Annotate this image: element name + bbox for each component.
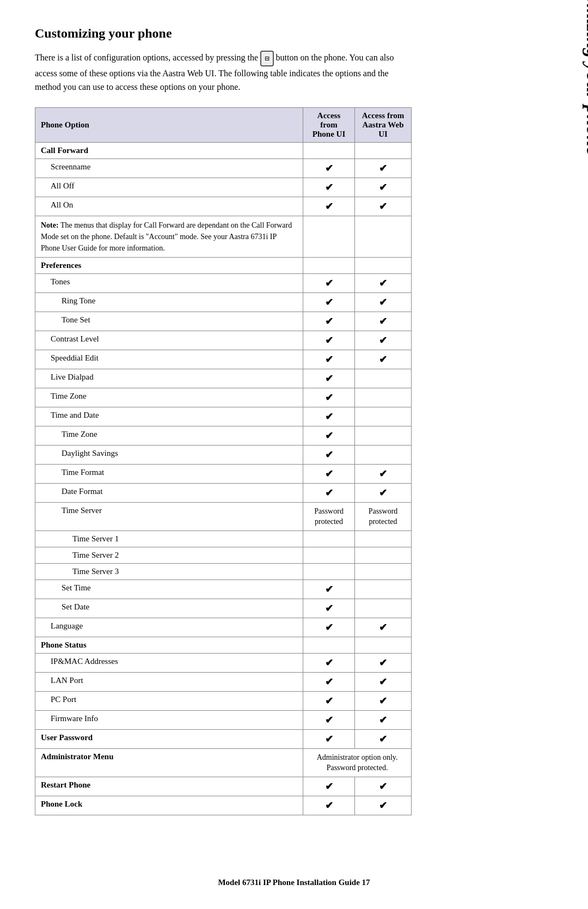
key-icon: ⊟ [260, 51, 273, 66]
check-cell-phone-ui [303, 563, 355, 579]
check-cell-aastra [355, 579, 412, 599]
check-cell-phone-ui: ✔ [303, 618, 355, 637]
check-cell-phone-ui: ✔ [303, 273, 355, 292]
special-label-cell: Administrator Menu [35, 748, 303, 777]
option-label-cell: Live Dialpad [35, 369, 303, 388]
check-cell-phone-ui: ✔ [303, 178, 355, 197]
side-label: Customizing your phone [582, 0, 588, 120]
section-header-cell: Preferences [35, 257, 303, 273]
special-label-cell: User Password [35, 729, 303, 748]
password-text: Passwordprotected [369, 507, 398, 526]
check-cell-aastra: ✔ [355, 464, 412, 483]
table-row: All Off✔✔ [35, 178, 412, 197]
table-row: Date Format✔✔ [35, 483, 412, 502]
option-label-cell: Daylight Savings [35, 445, 303, 464]
special-check2: ✔ [355, 777, 412, 796]
check-cell-phone-ui: ✔ [303, 426, 355, 445]
check-cell-phone-ui: ✔ [303, 197, 355, 216]
option-label-cell: Tones [35, 273, 303, 292]
check-cell-aastra: ✔ [355, 158, 412, 178]
table-row: Time ServerPasswordprotectedPasswordprot… [35, 502, 412, 530]
check-cell-aastra: ✔ [355, 618, 412, 637]
footer: Model 6731i IP Phone Installation Guide … [0, 878, 588, 887]
check-cell-phone-ui: ✔ [303, 672, 355, 691]
table-row: Time Zone✔ [35, 388, 412, 407]
note-check2 [355, 216, 412, 257]
table-row: Time Server 2 [35, 547, 412, 563]
option-label-cell: Time Server [35, 502, 303, 530]
check-cell-phone-ui: ✔ [303, 464, 355, 483]
check-cell-aastra: Passwordprotected [355, 502, 412, 530]
option-label-cell: Set Date [35, 599, 303, 618]
table-row: Set Time✔ [35, 579, 412, 599]
check-cell-aastra [355, 369, 412, 388]
check-cell-phone-ui: Passwordprotected [303, 502, 355, 530]
check-cell-aastra: ✔ [355, 273, 412, 292]
option-label-cell: Time Format [35, 464, 303, 483]
option-label-cell: Time and Date [35, 407, 303, 426]
intro-text1: There is a list of configuration options… [35, 53, 258, 62]
col-phone-ui: Access from Phone UI [303, 107, 355, 142]
table-header-row: Phone Option Access from Phone UI Access… [35, 107, 412, 142]
check-cell-aastra: ✔ [355, 672, 412, 691]
check-cell-aastra: ✔ [355, 350, 412, 369]
option-label-cell: All Off [35, 178, 303, 197]
table-row: Administrator MenuAdministrator option o… [35, 748, 412, 777]
check-cell-aastra: ✔ [355, 331, 412, 350]
check-cell-phone-ui: ✔ [303, 445, 355, 464]
table-row: Speeddial Edit✔✔ [35, 350, 412, 369]
check-cell-phone-ui: ✔ [303, 407, 355, 426]
check-cell-phone-ui: ✔ [303, 388, 355, 407]
option-label-cell: Language [35, 618, 303, 637]
check-cell-aastra [355, 563, 412, 579]
special-check1: ✔ [303, 777, 355, 796]
admin-span-cell: Administrator option only. Password prot… [303, 748, 412, 777]
check-cell-phone-ui: ✔ [303, 312, 355, 331]
check-cell-phone-ui: ✔ [303, 691, 355, 710]
section-header-check2 [355, 142, 412, 158]
password-text: Passwordprotected [314, 507, 344, 526]
main-content: Customizing your phone There is a list o… [0, 0, 446, 859]
check-cell-phone-ui: ✔ [303, 579, 355, 599]
section-header-check1 [303, 637, 355, 653]
check-cell-phone-ui: ✔ [303, 158, 355, 178]
table-row: User Password✔✔ [35, 729, 412, 748]
option-label-cell: Time Server 1 [35, 530, 303, 547]
note-check1 [303, 216, 355, 257]
page-title: Customizing your phone [35, 26, 412, 41]
option-label-cell: LAN Port [35, 672, 303, 691]
table-row: Time Format✔✔ [35, 464, 412, 483]
check-cell-phone-ui: ✔ [303, 710, 355, 729]
check-cell-aastra: ✔ [355, 292, 412, 312]
check-cell-aastra: ✔ [355, 710, 412, 729]
check-cell-aastra: ✔ [355, 197, 412, 216]
note-cell: Note: The menus that display for Call Fo… [35, 216, 303, 257]
check-cell-aastra [355, 426, 412, 445]
col-phone-option: Phone Option [35, 107, 303, 142]
special-check2: ✔ [355, 729, 412, 748]
check-cell-phone-ui: ✔ [303, 331, 355, 350]
section-header-cell: Phone Status [35, 637, 303, 653]
table-row: IP&MAC Addresses✔✔ [35, 653, 412, 672]
check-cell-phone-ui: ✔ [303, 369, 355, 388]
check-cell-aastra: ✔ [355, 178, 412, 197]
special-check2: ✔ [355, 796, 412, 815]
table-row: Phone Status [35, 637, 412, 653]
section-header-check2 [355, 257, 412, 273]
check-cell-phone-ui: ✔ [303, 292, 355, 312]
option-label-cell: IP&MAC Addresses [35, 653, 303, 672]
intro-paragraph: There is a list of configuration options… [35, 51, 412, 94]
table-row: Time Zone✔ [35, 426, 412, 445]
table-row: Time Server 1 [35, 530, 412, 547]
table-row: Contrast Level✔✔ [35, 331, 412, 350]
section-header-cell: Call Forward [35, 142, 303, 158]
option-label-cell: Ring Tone [35, 292, 303, 312]
check-cell-aastra [355, 388, 412, 407]
table-row: Time and Date✔ [35, 407, 412, 426]
check-cell-phone-ui: ✔ [303, 350, 355, 369]
option-label-cell: Date Format [35, 483, 303, 502]
section-header-check2 [355, 637, 412, 653]
section-header-check1 [303, 142, 355, 158]
table-row: Language✔✔ [35, 618, 412, 637]
table-row: Live Dialpad✔ [35, 369, 412, 388]
